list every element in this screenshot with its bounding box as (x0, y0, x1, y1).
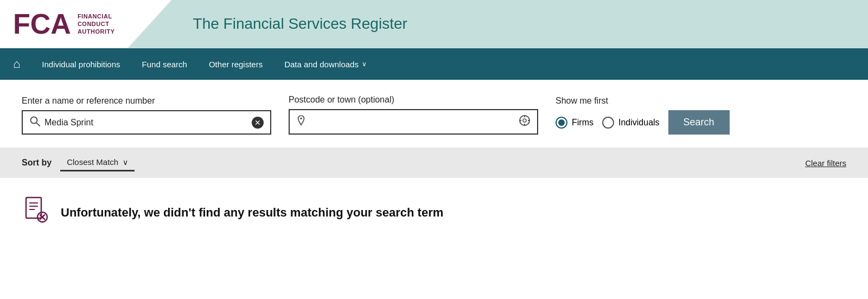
search-icon (29, 116, 40, 129)
home-nav-item[interactable]: ⌂ (9, 48, 31, 80)
individuals-radio[interactable] (602, 117, 614, 129)
sort-left: Sort by Closest Match ∨ (22, 154, 135, 171)
navigation: ⌂ Individual prohibitions Fund search Ot… (0, 48, 868, 80)
logo-line3: AUTHORITY (78, 28, 115, 35)
name-search-input[interactable] (44, 118, 247, 128)
svg-point-4 (523, 119, 526, 122)
search-section: Enter a name or reference number ✕ Postc… (0, 80, 868, 148)
show-me-label: Show me first (556, 96, 730, 106)
name-input-wrapper: ✕ (22, 110, 271, 135)
svg-rect-9 (26, 198, 41, 218)
no-results-icon (22, 195, 50, 230)
home-icon: ⌂ (13, 57, 20, 71)
nav-individual-prohibitions[interactable]: Individual prohibitions (31, 50, 131, 79)
nav-data-downloads[interactable]: Data and downloads ∨ (273, 50, 378, 79)
fca-text-logo: FINANCIAL CONDUCT AUTHORITY (78, 12, 115, 36)
header: FCA FINANCIAL CONDUCT AUTHORITY The Fina… (0, 0, 868, 48)
nav-data-downloads-label: Data and downloads (284, 60, 359, 69)
locate-icon[interactable] (519, 114, 531, 129)
name-search-field: Enter a name or reference number ✕ (22, 96, 271, 135)
search-button[interactable]: Search (668, 110, 730, 135)
firms-option[interactable]: Firms (556, 117, 593, 129)
page-title: The Financial Services Register (193, 15, 407, 33)
logo-section: FCA FINANCIAL CONDUCT AUTHORITY (0, 0, 128, 48)
clear-input-button[interactable]: ✕ (252, 117, 264, 129)
individuals-label: Individuals (618, 118, 660, 128)
fca-logo: FCA FINANCIAL CONDUCT AUTHORITY (13, 10, 115, 38)
nav-other-registers[interactable]: Other registers (198, 50, 273, 79)
no-results-text: Unfortunately, we didn't find any result… (61, 206, 443, 220)
postcode-input-wrapper (289, 109, 538, 135)
postcode-search-field: Postcode or town (optional) (289, 95, 538, 135)
logo-line2: CONDUCT (78, 20, 115, 28)
fca-letters-logo: FCA (13, 10, 71, 38)
close-icon: ✕ (254, 118, 261, 127)
postcode-input[interactable] (310, 117, 514, 127)
sort-by-label: Sort by (22, 158, 52, 168)
show-me-options: Firms Individuals Search (556, 110, 730, 135)
sort-dropdown[interactable]: Closest Match ∨ (60, 154, 135, 171)
clear-filters-button[interactable]: Clear filters (805, 158, 846, 168)
logo-line1: FINANCIAL (78, 12, 115, 20)
no-results-section: Unfortunately, we didn't find any result… (0, 178, 868, 247)
show-me-section: Show me first Firms Individuals Search (556, 96, 730, 135)
chevron-down-icon: ∨ (123, 158, 128, 167)
nav-fund-search[interactable]: Fund search (131, 50, 198, 79)
individuals-option[interactable]: Individuals (602, 117, 660, 129)
firms-radio[interactable] (556, 117, 567, 129)
location-pin-icon (296, 115, 306, 129)
header-slant (128, 0, 171, 48)
postcode-label: Postcode or town (optional) (289, 95, 538, 105)
name-search-label: Enter a name or reference number (22, 96, 271, 106)
sort-bar: Sort by Closest Match ∨ Clear filters (0, 148, 868, 178)
svg-line-1 (36, 123, 40, 126)
chevron-down-icon: ∨ (362, 60, 367, 68)
sort-value: Closest Match (67, 157, 118, 167)
header-title-section: The Financial Services Register (171, 0, 868, 48)
firms-label: Firms (572, 118, 593, 128)
svg-point-2 (300, 118, 302, 120)
